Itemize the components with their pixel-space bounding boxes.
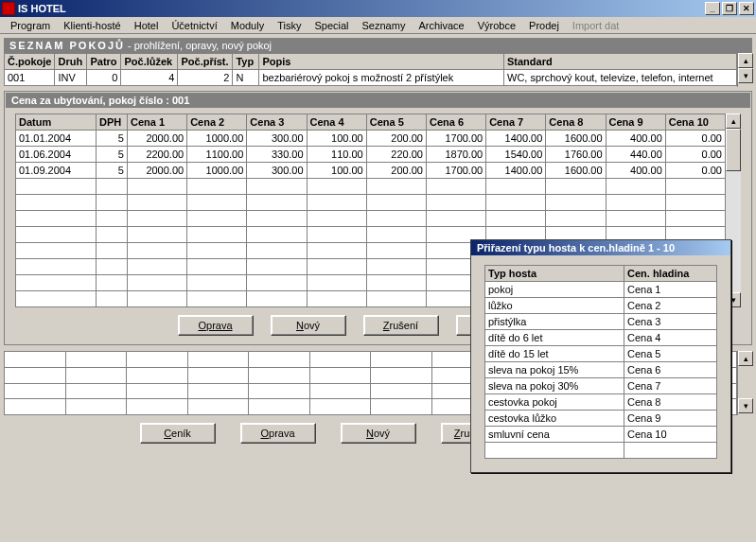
popup-cell-cena: Cena 6 (624, 362, 717, 378)
menu-special[interactable]: Special (308, 19, 355, 32)
menubar: Program Klienti-hosté Hotel Účetnictví M… (0, 17, 756, 34)
price-cell: 01.06.2004 (16, 147, 97, 163)
popup-row[interactable]: dítě do 15 letCena 5 (485, 346, 717, 362)
popup-title: Přiřazení typu hosta k cen.hladině 1 - 1… (471, 240, 730, 255)
price-cell: 1540.00 (486, 147, 546, 163)
zruseni-button[interactable]: Zrušení (363, 315, 439, 336)
popup-table[interactable]: Typ hosta Cen. hladina pokojCena 1lůžkoC… (484, 265, 717, 459)
bottom-scrollbar[interactable]: ▴ ▾ (737, 351, 752, 415)
scroll-down-icon[interactable]: ▾ (738, 398, 753, 413)
popup-cell-typ: pokoj (485, 282, 624, 298)
col-typ[interactable]: Typ (233, 54, 259, 70)
menu-program[interactable]: Program (4, 19, 57, 32)
price-cell: 0.00 (665, 163, 725, 179)
price-col-5[interactable]: Cena 4 (307, 114, 366, 131)
popup-col-typ[interactable]: Typ hosta (485, 266, 624, 282)
price-cell: 0.00 (665, 131, 725, 147)
window-titlebar: IS HOTEL _ ❐ ✕ (0, 0, 756, 17)
popup-row[interactable]: lůžkoCena 2 (485, 298, 717, 314)
menu-ucetnictvi[interactable]: Účetnictví (165, 19, 223, 32)
cell-popis: bezbariérový pokoj s možností 2 přístýle… (259, 70, 504, 86)
price-col-11[interactable]: Cena 10 (665, 114, 725, 131)
cell-prist: 2 (178, 70, 233, 86)
menu-vyrobce[interactable]: Výrobce (471, 19, 522, 32)
price-col-2[interactable]: Cena 1 (127, 114, 186, 131)
popup-row[interactable]: smluvní cenaCena 10 (485, 427, 717, 443)
scroll-up-icon[interactable]: ▴ (738, 53, 753, 68)
menu-prodej[interactable]: Prodej (522, 19, 566, 32)
menu-moduly[interactable]: Moduly (224, 19, 271, 32)
col-prist[interactable]: Poč.příst. (178, 54, 233, 70)
price-cell: 1400.00 (486, 163, 546, 179)
price-cell: 5 (97, 147, 128, 163)
cell-patro: 0 (87, 70, 121, 86)
menu-klienti[interactable]: Klienti-hosté (57, 19, 128, 32)
popup-cell-cena: Cena 2 (624, 298, 717, 314)
price-col-10[interactable]: Cena 9 (606, 114, 665, 131)
menu-seznamy[interactable]: Seznamy (356, 19, 413, 32)
col-druh[interactable]: Druh (55, 54, 87, 70)
popup-cell-cena: Cena 9 (624, 411, 717, 427)
price-row[interactable]: 01.09.200452000.001000.00300.00100.00200… (16, 163, 726, 179)
price-col-3[interactable]: Cena 2 (187, 114, 247, 131)
scroll-up-icon[interactable]: ▴ (726, 114, 741, 129)
novy-button[interactable]: Nový (271, 315, 346, 336)
price-col-9[interactable]: Cena 8 (546, 114, 606, 131)
price-row[interactable]: 01.01.200452000.001000.00300.00100.00200… (16, 131, 726, 147)
price-row-empty (16, 211, 726, 227)
scroll-thumb[interactable] (726, 129, 741, 171)
rooms-table[interactable]: Č.pokoje Druh Patro Poč.lůžek Poč.příst.… (4, 53, 737, 86)
col-cpokoje[interactable]: Č.pokoje (5, 54, 55, 70)
price-row-empty (16, 179, 726, 195)
price-cell: 300.00 (247, 131, 307, 147)
scroll-down-icon[interactable]: ▾ (738, 68, 753, 83)
price-col-8[interactable]: Cena 7 (486, 114, 546, 131)
popup-row[interactable]: pokojCena 1 (485, 282, 717, 298)
price-row[interactable]: 01.06.200452200.001100.00330.00110.00220… (16, 147, 726, 163)
price-col-6[interactable]: Cena 5 (366, 114, 426, 131)
col-luzek[interactable]: Poč.lůžek (121, 54, 178, 70)
oprava-button[interactable]: Oprava (178, 315, 254, 336)
popup-row[interactable]: sleva na pokoj 15%Cena 6 (485, 362, 717, 378)
rooms-row[interactable]: 001 INV 0 4 2 N bezbariérový pokoj s mož… (5, 70, 737, 86)
price-cell: 330.00 (247, 147, 307, 163)
price-cell: 01.09.2004 (16, 163, 97, 179)
price-col-4[interactable]: Cena 3 (247, 114, 307, 131)
minimize-button[interactable]: _ (705, 2, 720, 15)
price-col-7[interactable]: Cena 6 (426, 114, 485, 131)
popup-row[interactable]: cestovka pokojCena 8 (485, 394, 717, 411)
col-patro[interactable]: Patro (87, 54, 121, 70)
maximize-button[interactable]: ❐ (722, 2, 737, 15)
popup-row[interactable]: sleva na pokoj 30%Cena 7 (485, 378, 717, 394)
oprava2-button[interactable]: Oprava (240, 423, 316, 444)
cenik-button[interactable]: Ceník (140, 423, 216, 444)
novy2-button[interactable]: Nový (341, 423, 416, 444)
price-cell: 1870.00 (426, 147, 485, 163)
popup-cell-typ: sleva na pokoj 30% (485, 378, 624, 394)
popup-row[interactable]: cestovka lůžkoCena 9 (485, 411, 717, 427)
price-cell: 1000.00 (187, 131, 247, 147)
close-button[interactable]: ✕ (739, 2, 754, 15)
price-col-0[interactable]: Datum (16, 114, 97, 131)
popup-row[interactable]: přistýlkaCena 3 (485, 314, 717, 330)
price-cell: 400.00 (606, 131, 665, 147)
popup-col-cena[interactable]: Cen. hladina (624, 266, 717, 282)
popup-header-row: Typ hosta Cen. hladina (485, 266, 717, 282)
popup-cell-cena: Cena 4 (624, 330, 717, 346)
price-panel-title: Cena za ubytování, pokoj číslo : 001 (6, 93, 750, 108)
popup-assign[interactable]: Přiřazení typu hosta k cen.hladině 1 - 1… (470, 239, 731, 473)
col-popis[interactable]: Popis (259, 54, 504, 70)
menu-archivace[interactable]: Archivace (412, 19, 470, 32)
col-standard[interactable]: Standard (504, 54, 737, 70)
popup-cell-cena: Cena 3 (624, 314, 717, 330)
menu-tisky[interactable]: Tisky (271, 19, 308, 32)
popup-cell-typ: lůžko (485, 298, 624, 314)
price-cell: 1600.00 (546, 163, 606, 179)
menu-hotel[interactable]: Hotel (128, 19, 166, 32)
cell-typ: N (233, 70, 259, 86)
popup-row[interactable]: dítě do 6 letCena 4 (485, 330, 717, 346)
rooms-scrollbar[interactable]: ▴ ▾ (737, 53, 752, 87)
scroll-up-icon[interactable]: ▴ (738, 351, 753, 366)
price-col-1[interactable]: DPH (97, 114, 128, 131)
popup-cell-typ: cestovka lůžko (485, 411, 624, 427)
